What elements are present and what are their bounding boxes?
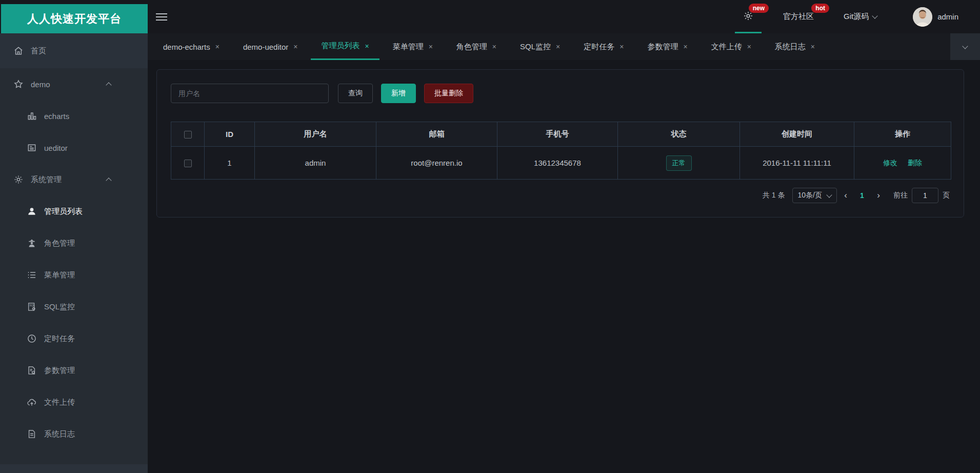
sidebar-submenu-demo: echarts ueditor [0, 100, 148, 164]
toolbar: 查询 新增 批量删除 [171, 84, 950, 103]
tab-upload[interactable]: 文件上传 × [701, 33, 762, 60]
home-icon [13, 46, 24, 56]
doc-gear-icon [27, 365, 37, 376]
community-label: 官方社区 [783, 12, 814, 22]
chevron-up-icon [106, 82, 111, 88]
column-header-email: 邮箱 [376, 122, 497, 147]
tab-bar: demo-echarts × demo-ueditor × 管理员列表 × 菜单… [148, 33, 980, 60]
batch-delete-button[interactable]: 批量删除 [424, 84, 473, 103]
settings-nav-item[interactable]: new [735, 0, 762, 33]
table-row: 1 admin root@renren.io 13612345678 正常 20… [171, 147, 951, 180]
tab-sql[interactable]: SQL监控 × [510, 33, 570, 60]
close-icon[interactable]: × [556, 43, 560, 51]
close-icon[interactable]: × [429, 43, 433, 51]
close-icon[interactable]: × [811, 43, 815, 51]
tab-schedule[interactable]: 定时任务 × [573, 33, 634, 60]
sidebar-footer [0, 464, 148, 473]
sidebar-item-label: echarts [44, 112, 69, 121]
clock-icon [27, 333, 37, 344]
top-header: 人人快速开发平台 new 官方社区 hot Git源码 [0, 0, 980, 33]
sidebar-item-label: SQL监控 [44, 302, 75, 312]
editor-icon [27, 143, 37, 153]
cell-create-time: 2016-11-11 11:11:11 [740, 147, 854, 180]
select-all-checkbox[interactable] [184, 131, 192, 139]
prev-page-button[interactable]: ‹ [837, 190, 854, 201]
goto-label: 前往 [893, 191, 908, 200]
tab-label: 定时任务 [584, 42, 614, 52]
query-button[interactable]: 查询 [338, 84, 373, 103]
git-source-label: Git源码 [844, 12, 869, 22]
sidebar-item-sql[interactable]: SQL SQL监控 [0, 291, 148, 323]
sidebar-item-role[interactable]: 角色管理 [0, 227, 148, 259]
sidebar-item-menu[interactable]: 菜单管理 [0, 259, 148, 291]
user-icon [27, 206, 37, 216]
tab-label: 系统日志 [775, 42, 806, 52]
next-page-button[interactable]: › [870, 190, 887, 201]
edit-link[interactable]: 修改 [883, 159, 897, 167]
sidebar-item-log[interactable]: 系统日志 [0, 418, 148, 450]
sidebar-group-demo[interactable]: demo [0, 68, 148, 100]
tabs-overflow-button[interactable] [950, 33, 980, 60]
column-header-username: 用户名 [255, 122, 376, 147]
close-icon[interactable]: × [365, 42, 369, 50]
chevron-down-icon [826, 192, 832, 198]
tab-demo-echarts[interactable]: demo-echarts × [153, 33, 230, 60]
close-icon[interactable]: × [619, 43, 624, 51]
role-icon [27, 238, 37, 248]
goto-page-input[interactable] [912, 188, 938, 203]
sidebar-item-admin-list[interactable]: 管理员列表 [0, 195, 148, 227]
close-icon[interactable]: × [492, 43, 496, 51]
sidebar-group-system[interactable]: 系统管理 [0, 164, 148, 195]
page-number-1[interactable]: 1 [854, 191, 870, 200]
tab-demo-ueditor[interactable]: demo-ueditor × [233, 33, 308, 60]
sidebar-item-label: 角色管理 [44, 239, 75, 248]
page-size-select[interactable]: 10条/页 [792, 188, 837, 203]
close-icon[interactable]: × [747, 43, 751, 51]
avatar [913, 7, 932, 27]
sidebar-item-home[interactable]: 首页 [0, 33, 148, 68]
tab-label: 管理员列表 [321, 41, 359, 51]
sidebar-item-ueditor[interactable]: ueditor [0, 132, 148, 164]
column-header-actions: 操作 [854, 122, 951, 147]
cloud-upload-icon [27, 397, 37, 407]
sidebar-item-label: 首页 [31, 46, 46, 56]
sidebar-item-label: 定时任务 [44, 334, 75, 344]
close-icon[interactable]: × [215, 43, 219, 51]
sidebar-item-label: 参数管理 [44, 366, 75, 376]
tab-menu[interactable]: 菜单管理 × [383, 33, 443, 60]
community-nav-item[interactable]: 官方社区 hot [775, 0, 822, 33]
admin-table: ID 用户名 邮箱 手机号 状态 创建时间 操作 1 admin root@re… [171, 122, 951, 180]
close-icon[interactable]: × [683, 43, 687, 51]
delete-link[interactable]: 删除 [908, 159, 922, 167]
close-icon[interactable]: × [293, 43, 297, 51]
cell-actions: 修改 删除 [854, 147, 951, 180]
sidebar-item-upload[interactable]: 文件上传 [0, 386, 148, 418]
main-content: 查询 新增 批量删除 ID 用户名 邮箱 手机号 状态 创建时间 操作 [148, 60, 980, 473]
tab-log[interactable]: 系统日志 × [765, 33, 825, 60]
git-source-nav-item[interactable]: Git源码 [835, 0, 885, 33]
tab-role[interactable]: 角色管理 × [446, 33, 507, 60]
sidebar: 首页 demo echarts ueditor [0, 33, 148, 473]
sidebar-item-schedule[interactable]: 定时任务 [0, 323, 148, 354]
row-select-cell [171, 147, 205, 180]
status-badge: 正常 [666, 155, 692, 171]
sidebar-group-label: demo [31, 80, 50, 89]
page-unit-label: 页 [943, 191, 950, 200]
sidebar-item-params[interactable]: 参数管理 [0, 354, 148, 386]
sidebar-item-label: ueditor [44, 144, 68, 152]
community-badge: hot [811, 4, 829, 13]
row-checkbox[interactable] [184, 160, 192, 167]
sql-icon: SQL [27, 302, 37, 312]
sidebar-item-label: 文件上传 [44, 398, 75, 407]
add-button[interactable]: 新增 [381, 84, 416, 103]
user-name: admin [937, 12, 958, 21]
sidebar-item-label: 菜单管理 [44, 270, 75, 280]
cell-username: admin [255, 147, 376, 180]
user-menu[interactable]: admin [901, 0, 958, 33]
username-search-input[interactable] [171, 84, 329, 103]
tab-admin-list[interactable]: 管理员列表 × [311, 33, 379, 60]
sidebar-toggle-button[interactable] [156, 11, 168, 22]
sidebar-item-echarts[interactable]: echarts [0, 100, 148, 132]
header-right: new 官方社区 hot Git源码 [735, 0, 958, 33]
tab-params[interactable]: 参数管理 × [637, 33, 697, 60]
